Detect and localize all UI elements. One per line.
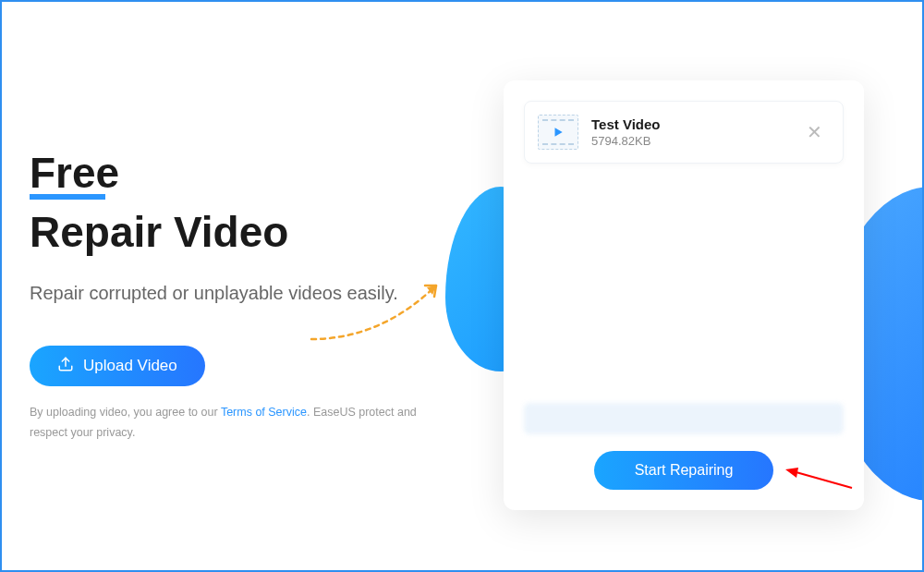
upload-panel: Test Video 5794.82KB ✕ Start Repairing: [504, 80, 864, 510]
terms-text: By uploading video, you agree to our Ter…: [30, 403, 436, 443]
upload-button-label: Upload Video: [83, 357, 177, 375]
upload-icon: [57, 356, 74, 377]
remove-file-button[interactable]: ✕: [799, 117, 830, 147]
file-item: Test Video 5794.82KB ✕: [524, 101, 844, 164]
close-icon: ✕: [807, 122, 822, 142]
input-placeholder-bar[interactable]: [524, 403, 844, 434]
terms-prefix: By uploading video, you agree to our: [30, 406, 221, 419]
file-name: Test Video: [591, 116, 786, 132]
title-free: Free: [30, 148, 119, 198]
title-repair: Repair Video: [30, 207, 436, 257]
start-repairing-button[interactable]: Start Repairing: [594, 451, 774, 490]
video-file-icon: [538, 115, 578, 150]
curved-arrow-icon: [307, 274, 464, 348]
terms-of-service-link[interactable]: Terms of Service: [221, 406, 307, 419]
file-size: 5794.82KB: [591, 134, 786, 148]
file-info: Test Video 5794.82KB: [591, 116, 786, 148]
upload-video-button[interactable]: Upload Video: [30, 346, 205, 386]
svg-marker-2: [555, 128, 563, 136]
